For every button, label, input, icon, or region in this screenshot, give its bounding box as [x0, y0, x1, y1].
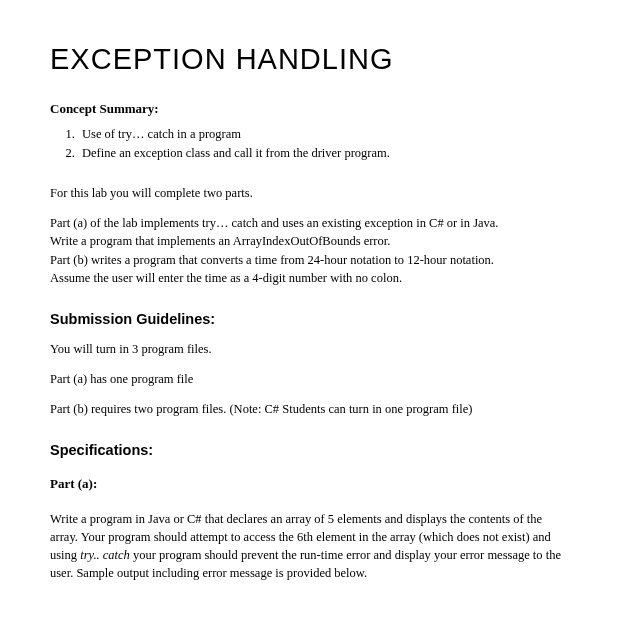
intro-part-b-1: Part (b) writes a program that converts …: [50, 251, 572, 269]
try-catch-italic: try.. catch: [80, 548, 130, 562]
concept-list: Use of try… catch in a program Define an…: [78, 125, 572, 162]
intro-block: Part (a) of the lab implements try… catc…: [50, 214, 572, 287]
specifications-heading: Specifications:: [50, 440, 572, 461]
intro-part-a-1: Part (a) of the lab implements try… catc…: [50, 214, 572, 232]
submission-heading: Submission Guidelines:: [50, 309, 572, 330]
submission-line-3: Part (b) requires two program files. (No…: [50, 400, 572, 418]
list-item: Define an exception class and call it fr…: [78, 144, 572, 162]
part-a-text: Write a program in Java or C# that decla…: [50, 510, 572, 583]
concept-summary-heading: Concept Summary:: [50, 100, 572, 119]
list-item: Use of try… catch in a program: [78, 125, 572, 143]
intro-line: For this lab you will complete two parts…: [50, 184, 572, 202]
intro-part-b-2: Assume the user will enter the time as a…: [50, 269, 572, 287]
intro-part-a-2: Write a program that implements an Array…: [50, 232, 572, 250]
submission-line-1: You will turn in 3 program files.: [50, 340, 572, 358]
part-a-heading: Part (a):: [50, 475, 572, 494]
page-title: EXCEPTION HANDLING: [50, 38, 572, 80]
submission-line-2: Part (a) has one program file: [50, 370, 572, 388]
